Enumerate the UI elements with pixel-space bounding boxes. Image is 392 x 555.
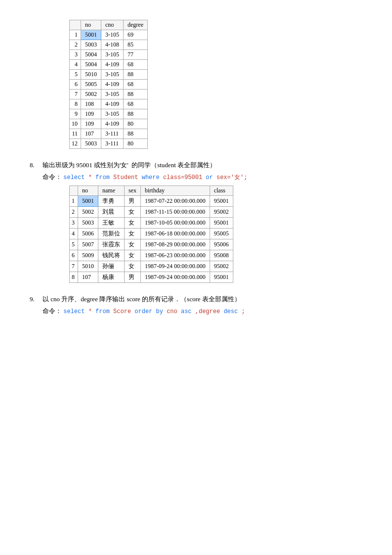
cell-degree: 88 <box>124 70 148 80</box>
cell-sex: 男 <box>125 196 141 207</box>
kw-from-9: from <box>95 308 110 315</box>
section-8-number: 8. <box>30 161 40 169</box>
cell-name: 杨康 <box>98 272 125 283</box>
cell-class: 95001 <box>210 196 233 207</box>
row-number: 4 <box>70 60 81 70</box>
col-no-8: no <box>78 186 98 196</box>
cmd-label-9: 命令： <box>43 307 62 315</box>
cell-sex: 女 <box>125 229 141 239</box>
cell-sex: 男 <box>125 272 141 283</box>
cell-degree: 68 <box>124 60 148 70</box>
cmd-cno-9: cno <box>167 308 181 315</box>
cell-degree: 80 <box>124 139 148 149</box>
cell-no: 5003 <box>81 40 101 50</box>
col-no: no <box>81 20 101 30</box>
cmd-semi-8: ; <box>244 174 247 181</box>
cmd-sexval-8: '女' <box>231 174 244 181</box>
cell-cno: 3-105 <box>101 30 124 40</box>
cell-degree: 77 <box>124 50 148 60</box>
cmd-code-9: select * from Score order by cno asc ,de… <box>63 308 245 315</box>
section-9-number: 9. <box>30 295 40 303</box>
cmd-sex-8: sex= <box>217 174 231 181</box>
cell-degree: 69 <box>124 30 148 40</box>
cell-name: 刘晨 <box>98 207 125 218</box>
table-row: 91093-10588 <box>70 109 148 119</box>
cell-degree: 85 <box>124 40 148 50</box>
cell-cno: 4-109 <box>101 60 124 70</box>
kw-order-9: order <box>134 308 152 315</box>
cell-birthday: 1987-09-24 00:00:00.000 <box>141 272 210 283</box>
cell-no: 5006 <box>78 229 98 239</box>
cmd-cond-8: class=95001 <box>163 174 206 181</box>
table-row: 350043-10577 <box>70 50 148 60</box>
cell-birthday: 1987-06-18 00:00:00.000 <box>141 229 210 239</box>
cell-sex: 女 <box>125 239 141 250</box>
cell-name: 李勇 <box>98 196 125 207</box>
table-row: 1250033-11180 <box>70 139 148 149</box>
cmd-comma-9: ,degree <box>195 308 224 315</box>
cell-degree: 88 <box>124 129 148 139</box>
cell-degree: 88 <box>124 90 148 99</box>
cell-no: 107 <box>78 272 98 283</box>
cell-no: 5003 <box>78 218 98 229</box>
cell-cno: 3-105 <box>101 50 124 60</box>
table-row: 65009钱民将女1987-06-23 00:00:00.00095008 <box>70 250 233 261</box>
cell-birthday: 1987-11-15 00:00:00.000 <box>141 207 210 218</box>
cmd-table-8: Student <box>113 174 142 181</box>
kw-asc-9: asc <box>181 308 192 315</box>
section-8-title: 8. 输出班级为 95001 或性别为'女' 的同学（student 表全部属性… <box>30 161 362 170</box>
row-number: 2 <box>70 40 81 50</box>
table-row: 150013-10569 <box>70 30 148 40</box>
cell-class: 95001 <box>210 218 233 229</box>
kw-or-8: or <box>206 174 213 181</box>
col-cno: cno <box>101 20 124 30</box>
student-table-8: no name sex birthday class 15001李勇男1987-… <box>69 185 233 283</box>
table-row: 750023-10588 <box>70 90 148 99</box>
cell-cno: 3-105 <box>101 109 124 119</box>
score-table-1: no cno degree 150013-10569250034-1088535… <box>69 20 148 149</box>
cell-cno: 3-111 <box>101 129 124 139</box>
cmd-star-9: * <box>88 308 95 315</box>
cell-no: 5003 <box>81 139 101 149</box>
cell-no: 5010 <box>78 261 98 272</box>
col-degree: degree <box>124 20 148 30</box>
table-row: 25002刘晨女1987-11-15 00:00:00.00095002 <box>70 207 233 218</box>
cell-no: 5004 <box>81 50 101 60</box>
cell-no: 109 <box>81 109 101 119</box>
cell-cno: 4-109 <box>101 99 124 109</box>
table-row: 8107杨康男1987-09-24 00:00:00.00095001 <box>70 272 233 283</box>
cell-no: 5004 <box>81 60 101 70</box>
cell-class: 95008 <box>210 250 233 261</box>
table-row: 81084-10968 <box>70 99 148 109</box>
cell-degree: 68 <box>124 80 148 90</box>
cell-sex: 女 <box>125 207 141 218</box>
col-sex-8: sex <box>125 186 141 196</box>
cell-class: 95001 <box>210 272 233 283</box>
row-number: 6 <box>70 250 78 261</box>
row-number: 1 <box>70 30 81 40</box>
cell-birthday: 1987-08-29 00:00:00.000 <box>141 239 210 250</box>
cell-no: 5007 <box>78 239 98 250</box>
section-9-text: 以 cno 升序、degree 降序输出 score 的所有记录．（score … <box>43 295 241 304</box>
cell-cno: 4-109 <box>101 80 124 90</box>
cell-class: 95002 <box>210 261 233 272</box>
section-9: 9. 以 cno 升序、degree 降序输出 score 的所有记录．（sco… <box>30 295 362 316</box>
table1-section: no cno degree 150013-10569250034-1088535… <box>30 20 362 149</box>
row-number: 2 <box>70 207 78 218</box>
cell-degree: 68 <box>124 99 148 109</box>
row-number: 8 <box>70 272 78 283</box>
col-birthday-8: birthday <box>141 186 210 196</box>
cell-cno: 4-108 <box>101 40 124 50</box>
col-rownum-8 <box>70 186 78 196</box>
table-row: 250034-10885 <box>70 40 148 50</box>
table-row: 75010孙俪女1987-09-24 00:00:00.00095002 <box>70 261 233 272</box>
table-row: 111073-11188 <box>70 129 148 139</box>
kw-desc-9: desc <box>223 308 238 315</box>
cell-class: 95006 <box>210 239 233 250</box>
section-8-text: 输出班级为 95001 或性别为'女' 的同学（student 表全部属性） <box>43 161 216 170</box>
cell-no: 5002 <box>81 90 101 99</box>
cmd-semi-9: ; <box>241 308 245 315</box>
cell-no: 5001 <box>81 30 101 40</box>
row-number: 12 <box>70 139 81 149</box>
table-row: 55007张霞东女1987-08-29 00:00:00.00095006 <box>70 239 233 250</box>
